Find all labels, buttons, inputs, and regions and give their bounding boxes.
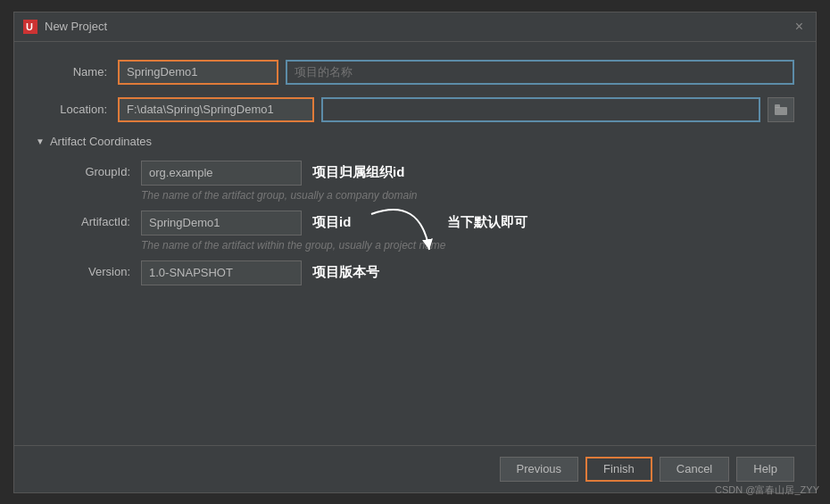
watermark: CSDN @富春山居_ZYY (715, 483, 819, 497)
groupid-annotation: 项目归属组织id (312, 164, 404, 181)
artifactid-annotation: 项目id (312, 214, 351, 231)
groupid-label: GroupId: (50, 161, 130, 178)
title-bar-left: U New Project (23, 20, 107, 34)
artifact-section-header[interactable]: ▼ Artifact Coordinates (36, 135, 794, 148)
location-row: Location: 项目路径 (36, 97, 794, 122)
new-project-dialog: U New Project × Name: 项目的名称 Location: 项目… (13, 12, 817, 493)
artifact-section-title: Artifact Coordinates (50, 135, 152, 148)
title-bar: U New Project × (14, 12, 816, 42)
previous-button[interactable]: Previous (500, 457, 579, 482)
artifact-section: GroupId: 项目归属组织id The name of the artifa… (50, 161, 794, 285)
groupid-input[interactable] (141, 161, 302, 186)
groupid-row: GroupId: 项目归属组织id (50, 161, 794, 186)
artifactid-row: ArtifactId: 项目id (50, 211, 794, 235)
name-row: Name: 项目的名称 (36, 60, 794, 85)
app-icon: U (23, 20, 37, 34)
collapse-icon: ▼ (36, 136, 45, 146)
artifactid-hint: The name of the artifact within the grou… (141, 239, 794, 252)
groupid-input-wrap: 项目归属组织id (141, 161, 794, 186)
finish-button[interactable]: Finish (585, 457, 652, 482)
help-button[interactable]: Help (736, 457, 794, 482)
svg-text:U: U (26, 21, 33, 32)
artifactid-input[interactable] (141, 211, 302, 235)
version-label: Version: (50, 260, 130, 278)
name-label: Name: (36, 65, 107, 78)
version-input-row: 项目版本号 (141, 260, 794, 285)
artifactid-input-wrap: 项目id 当下默认即可 (141, 211, 794, 235)
cancel-button[interactable]: Cancel (660, 457, 729, 482)
name-input[interactable] (118, 60, 278, 85)
groupid-input-row: 项目归属组织id (141, 161, 794, 186)
location-annotation-field[interactable] (321, 97, 760, 122)
curved-arrow-svg (367, 196, 438, 268)
annotation2-container: 当下默认即可 (376, 214, 527, 231)
dialog-content: Name: 项目的名称 Location: 项目路径 (14, 42, 816, 445)
name-input-wrap: 项目的名称 (118, 60, 794, 85)
groupid-hint: The name of the artifact group, usually … (141, 189, 794, 202)
dialog-title: New Project (45, 20, 107, 33)
location-input[interactable] (118, 97, 314, 122)
dialog-footer: Previous Finish Cancel Help (14, 445, 816, 492)
name-annotation-field[interactable] (286, 60, 794, 85)
version-input-wrap: 项目版本号 (141, 260, 794, 285)
annotation2-text: 当下默认即可 (447, 214, 527, 231)
browse-button[interactable] (768, 97, 794, 122)
close-button[interactable]: × (792, 18, 807, 36)
artifactid-label: ArtifactId: (50, 211, 130, 228)
location-input-wrap: 项目路径 (118, 97, 794, 122)
svg-rect-2 (775, 107, 787, 115)
artifactid-input-row: 项目id 当下默认即可 (141, 211, 794, 235)
svg-rect-3 (775, 104, 780, 108)
location-label: Location: (36, 103, 107, 116)
version-input[interactable] (141, 260, 302, 285)
